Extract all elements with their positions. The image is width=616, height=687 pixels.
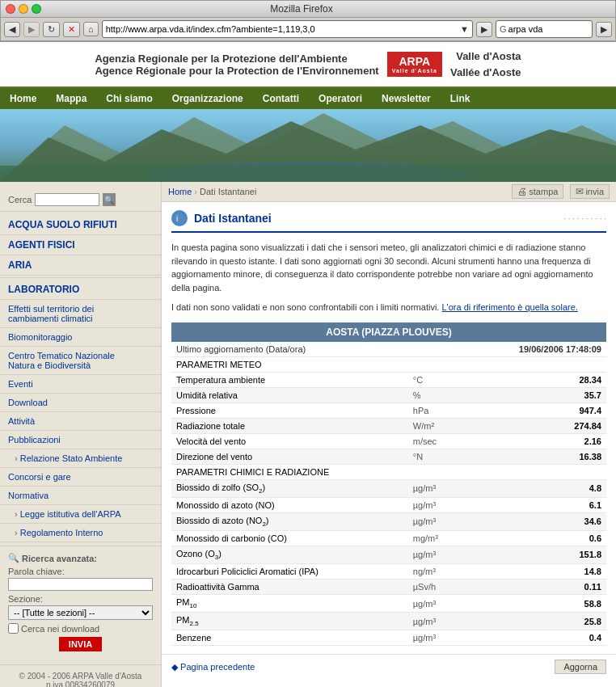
param-gamma: Radioattività Gamma (171, 580, 408, 595)
sidebar-item-laboratorio[interactable]: LABORATORIO (0, 280, 161, 300)
unit-pm10: µg/m³ (408, 595, 462, 613)
forward-button[interactable]: ▶ (23, 22, 40, 37)
header-line1: Agenzia Regionale per la Protezione dell… (95, 53, 378, 65)
value-velocita: 2.16 (462, 433, 606, 449)
update-label: Ultimo aggiornamento (Data/ora) (171, 342, 408, 357)
page-icon: i (171, 210, 188, 226)
table-row: Direzione del vento °N 16.38 (171, 449, 606, 464)
unit-velocita: m/sec (408, 433, 462, 449)
invia-button[interactable]: INVIA (59, 637, 102, 651)
table-row: Umidità relativa % 35.7 (171, 387, 606, 403)
go-button[interactable]: ▶ (476, 22, 492, 37)
breadcrumb-home[interactable]: Home (168, 187, 192, 196)
sidebar-divider-1 (0, 277, 161, 278)
print-button[interactable]: 🖨 stampa (512, 184, 563, 199)
search-label: Cerca (8, 195, 32, 204)
nav-link[interactable]: Link (441, 88, 480, 109)
page-title: Dati Istantanei (194, 212, 272, 225)
search-submit-button[interactable]: ▶ (596, 22, 612, 37)
title-decoration: · · · · · · · · · · (563, 214, 606, 223)
table-row: Pressione hPa 947.4 (171, 403, 606, 418)
site-header: Agenzia Regionale per la Protezione dell… (0, 42, 616, 88)
header-right-line1: Valle d'Aosta (450, 48, 521, 65)
sidebar-item-eventi[interactable]: Eventi (0, 375, 161, 394)
sidebar-item-biomonitoraggio[interactable]: Biomonitoraggio (0, 328, 161, 347)
value-umidita: 35.7 (462, 387, 606, 403)
print-icon: 🖨 (517, 186, 527, 197)
param-radiazione: Radiazione totale (171, 418, 408, 433)
minimize-button[interactable] (19, 4, 28, 14)
param-pm10: PM10 (171, 595, 408, 613)
sidebar-item-relazione[interactable]: Relazione Stato Ambiente (0, 449, 161, 468)
breadcrumb-current: Dati Istantanei (200, 187, 256, 196)
sidebar-search-input[interactable] (35, 193, 99, 206)
download-checkbox[interactable] (8, 623, 19, 634)
search-input[interactable] (508, 24, 565, 34)
sidebar-item-agenti[interactable]: AGENTI FISICI (0, 235, 161, 255)
table-row: Ozono (O3) µg/m³ 151.8 (171, 546, 606, 563)
url-input[interactable] (106, 24, 460, 34)
advanced-search-title: 🔍 Ricerca avanzata: (8, 553, 153, 563)
sidebar-item-attivita[interactable]: Attività (0, 412, 161, 431)
url-dropdown-icon[interactable]: ▼ (460, 24, 469, 34)
home-button[interactable]: ⌂ (83, 22, 99, 36)
header-right-line2: Vallée d'Aoste (450, 65, 521, 81)
nav-contatti[interactable]: Contatti (253, 88, 309, 109)
sezione-select[interactable]: -- [Tutte le sezioni] -- (8, 605, 153, 620)
value-o3: 151.8 (462, 546, 606, 563)
nav-newsletter[interactable]: Newsletter (372, 88, 441, 109)
nav-mappa[interactable]: Mappa (46, 88, 96, 109)
table-row: Velocità del vento m/sec 2.16 (171, 433, 606, 449)
sidebar-item-effetti[interactable]: Effetti sul territorio deicambiamenti cl… (0, 300, 161, 328)
value-pm25: 25.8 (462, 613, 606, 630)
stop-button[interactable]: ✕ (63, 22, 80, 37)
unit-temperatura: °C (408, 372, 462, 387)
page-title-row: i Dati Istantanei · · · · · · · · · · (171, 210, 606, 233)
sidebar-item-aria[interactable]: ARIA (0, 255, 161, 276)
title-bar: Mozilla Firefox (1, 1, 615, 18)
sidebar-item-pubblicazioni[interactable]: Pubblicazioni (0, 431, 161, 449)
unit-so2: µg/m³ (408, 479, 462, 497)
parola-label: Parola chiave: (8, 567, 153, 576)
nav-organizzazione[interactable]: Organizzazione (162, 88, 253, 109)
maximize-button[interactable] (32, 4, 41, 14)
sidebar-item-concorsi[interactable]: Concorsi e gare (0, 468, 161, 487)
nav-home[interactable]: Home (0, 88, 46, 109)
sidebar-item-normativa[interactable]: Normativa (0, 487, 161, 505)
sidebar-item-acqua[interactable]: ACQUA SUOLO RIFIUTI (0, 215, 161, 235)
content-footer: ◆ Pagina precedente Aggorna (162, 654, 616, 679)
url-bar[interactable]: ▼ (102, 20, 473, 38)
param-pm25: PM2.5 (171, 613, 408, 630)
main-layout: Cerca 🔍 ACQUA SUOLO RIFIUTI AGENTI FISIC… (0, 182, 616, 687)
sezione-label: Sezione: (8, 594, 153, 604)
param-o3: Ozono (O3) (171, 546, 408, 563)
chimica-header-row: PARAMETRI CHIMICI E RADIAZIONE (171, 464, 606, 479)
unit-o3: µg/m³ (408, 546, 462, 563)
table-row: Temperatura ambiente °C 28.34 (171, 372, 606, 387)
close-button[interactable] (6, 4, 15, 14)
parola-input[interactable] (8, 578, 153, 591)
search-bar[interactable]: G (496, 20, 593, 38)
prev-page-link[interactable]: ◆ Pagina precedente (171, 662, 255, 672)
sidebar-item-download[interactable]: Download (0, 394, 161, 412)
aggorna-button[interactable]: Aggorna (555, 660, 606, 674)
param-co: Monossido di carbonio (CO) (171, 530, 408, 546)
back-button[interactable]: ◀ (4, 22, 20, 37)
update-value: 19/06/2006 17:48:09 (462, 342, 606, 357)
unit-pm25: µg/m³ (408, 613, 462, 630)
nav-chisiamo[interactable]: Chi siamo (96, 88, 162, 109)
sidebar-search-button[interactable]: 🔍 (103, 193, 116, 206)
sidebar-item-legge[interactable]: Legge istitutiva dell'ARPA (0, 505, 161, 524)
chimica-section-header: PARAMETRI CHIMICI E RADIAZIONE (171, 464, 606, 479)
download-checkbox-label[interactable]: Cerca nei download (8, 623, 153, 634)
refresh-button[interactable]: ↻ (43, 22, 60, 37)
header-text-right: Valle d'Aosta Vallée d'Aoste (450, 48, 521, 80)
value-radiazione: 274.84 (462, 418, 606, 433)
nav-operatori[interactable]: Operatori (309, 88, 372, 109)
send-button[interactable]: ✉ invia (570, 184, 610, 199)
solar-time-link[interactable]: L'ora di riferimento è quella solare. (441, 302, 577, 312)
sidebar-item-regolamento[interactable]: Regolamento Interno (0, 524, 161, 542)
sidebar-item-centro[interactable]: Centro Tematico NazionaleNatura e Biodiv… (0, 347, 161, 375)
table-row: Monossido di azoto (NO) µg/m³ 6.1 (171, 497, 606, 512)
param-ipa: Idrocarburi Policiclici Aromatici (IPA) (171, 564, 408, 580)
